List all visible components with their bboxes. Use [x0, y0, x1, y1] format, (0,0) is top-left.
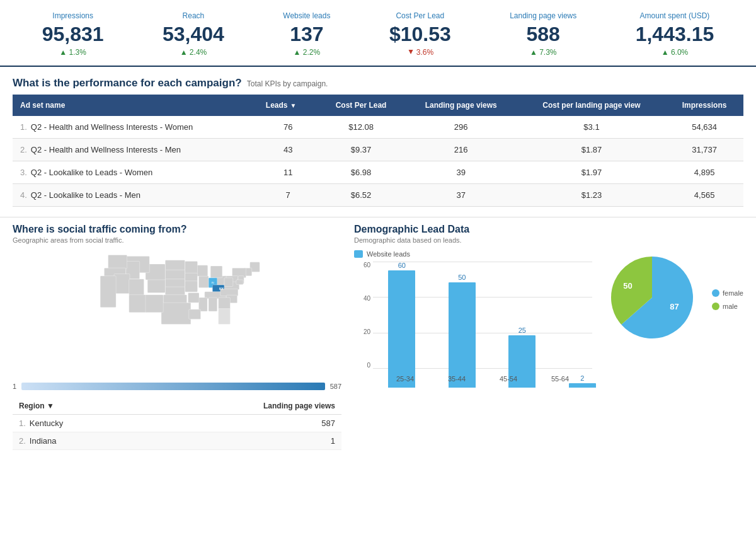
svg-rect-17 — [163, 295, 187, 304]
leads-header[interactable]: Leads ▼ — [266, 101, 311, 110]
bottom-row: Where is social traffic coming from? Geo… — [0, 217, 756, 456]
campaign-th: Landing page views — [404, 95, 517, 116]
campaign-th[interactable]: Leads ▼ — [258, 95, 318, 116]
x-label: 55-64 — [534, 375, 586, 383]
legend-dot — [712, 303, 719, 310]
campaign-subtitle: Total KPIs by campaign. — [247, 79, 328, 88]
pie-legend: femalemale — [712, 289, 743, 312]
x-label: 45-54 — [483, 375, 534, 383]
cpl-cell: $9.37 — [318, 139, 404, 161]
pie-male-label: 50 — [623, 281, 632, 291]
cplpv-cell: $3.1 — [518, 116, 665, 139]
leads-cell: 11 — [258, 161, 318, 184]
bar-chart-area: Website leads 6040200 60 50 25 2 25-3435… — [354, 250, 592, 388]
table-row: 4.Q2 - Lookalike to Leads - Men 7 $6.52 … — [13, 184, 743, 207]
svg-rect-12 — [185, 281, 198, 292]
campaign-table: Ad set nameLeads ▼Cost Per LeadLanding p… — [13, 95, 743, 207]
campaign-th: Cost per landing page view — [518, 95, 665, 116]
pie-female-label: 87 — [670, 302, 679, 311]
svg-rect-13 — [165, 260, 185, 272]
traffic-subtitle: Geographic areas from social traffic. — [13, 236, 341, 244]
region-th: Landing page views — [145, 398, 341, 415]
x-label: 25-34 — [379, 375, 431, 383]
x-labels: 25-3435-4445-5455-64 — [373, 370, 592, 388]
kpi-value: 1,443.15 — [636, 23, 714, 46]
leads-cell: 43 — [258, 139, 318, 161]
kpi-change: ▲ 1.3% — [42, 48, 104, 57]
region-value: 1 — [145, 432, 341, 450]
lpv-cell: 216 — [404, 139, 517, 161]
leads-cell: 7 — [258, 184, 318, 207]
svg-text:IN: IN — [211, 281, 214, 284]
svg-rect-9 — [197, 265, 208, 277]
svg-rect-41 — [236, 280, 243, 285]
svg-rect-38 — [198, 297, 207, 311]
table-row: 3.Q2 - Lookalike to Leads - Women 11 $6.… — [13, 161, 743, 184]
svg-rect-37 — [209, 297, 217, 311]
lpv-cell: 39 — [404, 161, 517, 184]
bar-legend-color — [354, 250, 363, 258]
cpl-cell: $12.08 — [318, 116, 404, 139]
kpi-change: ▲ 2.4% — [163, 48, 224, 57]
region-sort-icon: ▼ — [47, 401, 54, 410]
svg-text:KY: KY — [219, 287, 224, 291]
kpi-value: 95,831 — [42, 23, 104, 46]
svg-rect-11 — [185, 273, 198, 282]
table-row: 2.Q2 - Health and Wellness Interests - M… — [13, 139, 743, 161]
pie-area: 8750 femalemale — [605, 250, 743, 351]
svg-rect-40 — [188, 293, 200, 303]
demo-container: Website leads 6040200 60 50 25 2 25-3435… — [354, 250, 743, 388]
table-row: 1.Q2 - Health and Wellness Interests - W… — [13, 116, 743, 139]
kpi-label: Amount spent (USD) — [636, 11, 714, 20]
demo-subtitle: Demographic data based on leads. — [354, 236, 743, 244]
legend-dot — [712, 289, 719, 297]
svg-rect-10 — [185, 262, 198, 274]
region-th[interactable]: Region ▼ — [13, 398, 145, 415]
kpi-label: Website leads — [283, 11, 330, 20]
y-label: 40 — [364, 295, 370, 302]
demo-section: Demographic Lead Data Demographic data b… — [354, 224, 743, 450]
campaign-th: Impressions — [665, 95, 743, 116]
svg-rect-19 — [147, 279, 165, 293]
kpi-change: ▲ 3.6% — [389, 48, 451, 57]
scale-bar-container: 1 587 — [13, 383, 341, 390]
ad-set-name: 3.Q2 - Lookalike to Leads - Women — [13, 161, 258, 184]
bar-value: 50 — [458, 274, 466, 281]
bar-col: 50 — [440, 262, 485, 388]
kpi-value: 588 — [510, 23, 576, 46]
region-name: 2.Indiana — [13, 432, 145, 450]
svg-rect-29 — [146, 295, 163, 313]
svg-rect-27 — [129, 279, 144, 296]
svg-rect-39 — [189, 309, 201, 320]
traffic-title: Where is social traffic coming from? — [13, 224, 341, 235]
cpl-cell: $6.52 — [318, 184, 404, 207]
kpi-change: ▲ 7.3% — [510, 48, 576, 57]
bar-col: 25 — [500, 262, 545, 388]
us-map: KY IN — [13, 250, 341, 376]
svg-rect-18 — [161, 303, 191, 324]
impressions-cell: 4,895 — [665, 161, 743, 184]
bar-y-axis: 6040200 — [354, 262, 373, 369]
campaign-title: What is the performance for each campaig… — [13, 77, 242, 90]
svg-rect-14 — [165, 270, 185, 280]
y-label: 0 — [367, 362, 370, 369]
svg-rect-23 — [108, 255, 127, 269]
impressions-cell: 31,737 — [665, 139, 743, 161]
legend-label: female — [723, 289, 743, 297]
scale-min: 1 — [13, 383, 16, 390]
kpi-bar: Impressions 95,831 ▲ 1.3% Reach 53,404 ▲… — [0, 0, 756, 67]
cplpv-cell: $1.97 — [518, 161, 665, 184]
svg-rect-25 — [114, 274, 130, 294]
svg-rect-16 — [165, 287, 185, 296]
bar-chart-wrapper: 6040200 60 50 25 2 25-3435-4445-5455-64 — [354, 262, 592, 388]
y-label: 60 — [364, 262, 370, 268]
x-label: 35-44 — [431, 375, 483, 383]
region-table: Region ▼Landing page views 1.Kentucky 58… — [13, 398, 341, 450]
svg-rect-6 — [210, 266, 222, 278]
bar-col: 2 — [560, 262, 605, 388]
demo-title: Demographic Lead Data — [354, 224, 743, 235]
svg-rect-36 — [219, 309, 231, 325]
kpi-item: Reach 53,404 ▲ 2.4% — [163, 11, 224, 57]
svg-rect-42 — [224, 278, 233, 287]
bar-legend-label: Website leads — [367, 250, 410, 258]
